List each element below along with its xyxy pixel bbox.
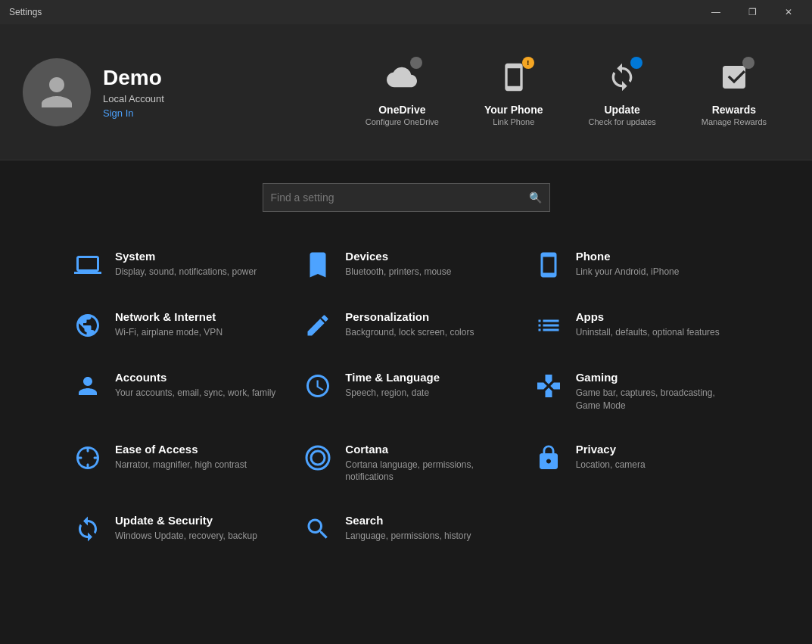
close-button[interactable]: ✕ [771, 0, 806, 24]
search-settings-text: Search Language, permissions, history [345, 514, 471, 543]
ease-name: Ease of Access [115, 443, 247, 456]
profile-signin[interactable]: Sign In [103, 107, 164, 119]
profile-info: Demo Local Account Sign In [103, 66, 164, 119]
search-settings-name: Search [345, 514, 471, 527]
setting-item-devices[interactable]: Devices Bluetooth, printers, mouse [291, 235, 521, 295]
setting-item-phone[interactable]: Phone Link your Android, iPhone [521, 235, 751, 295]
onedrive-label: OneDrive [378, 104, 425, 116]
quick-item-rewards[interactable]: Rewards Manage Rewards [679, 46, 789, 138]
personalization-desc: Background, lock screen, colors [345, 326, 474, 339]
setting-item-system[interactable]: System Display, sound, notifications, po… [61, 235, 291, 295]
update-icon-wrapper [603, 58, 641, 96]
quick-item-phone[interactable]: ! Your Phone Link Phone [462, 46, 566, 138]
update-label: Update [604, 104, 639, 116]
setting-item-apps[interactable]: Apps Uninstall, defaults, optional featu… [521, 295, 751, 356]
system-desc: Display, sound, notifications, power [115, 266, 257, 278]
phone-settings-text: Phone Link your Android, iPhone [576, 250, 680, 278]
cortana-icon [303, 443, 333, 473]
rewards-icon-wrapper [715, 58, 753, 96]
search-input[interactable] [271, 191, 523, 204]
rewards-sublabel: Manage Rewards [702, 117, 767, 126]
devices-desc: Bluetooth, printers, mouse [345, 266, 451, 278]
setting-item-cortana[interactable]: Cortana Cortana language, permissions, n… [291, 428, 521, 499]
window-controls: — ❐ ✕ [698, 0, 806, 24]
updatesecurity-name: Update & Security [115, 514, 257, 527]
gaming-name: Gaming [576, 371, 739, 384]
header: Demo Local Account Sign In OneDrive Conf… [0, 24, 812, 160]
restore-button[interactable]: ❐ [735, 0, 770, 24]
time-icon [303, 371, 333, 401]
apps-desc: Uninstall, defaults, optional features [576, 326, 720, 339]
privacy-desc: Location, camera [576, 459, 646, 471]
accounts-desc: Your accounts, email, sync, work, family [115, 387, 275, 400]
settings-grid: System Display, sound, notifications, po… [0, 227, 812, 567]
phone-settings-icon [534, 250, 564, 280]
system-name: System [115, 250, 257, 263]
quick-access: OneDrive Configure OneDrive ! Your Phone… [219, 46, 789, 138]
search-settings-desc: Language, permissions, history [345, 530, 471, 543]
devices-name: Devices [345, 250, 451, 263]
setting-item-search[interactable]: Search Language, permissions, history [291, 499, 521, 559]
system-text: System Display, sound, notifications, po… [115, 250, 257, 278]
privacy-text: Privacy Location, camera [576, 443, 646, 471]
onedrive-icon-wrapper [383, 58, 421, 96]
cortana-desc: Cortana language, permissions, notificat… [345, 459, 509, 484]
network-icon [73, 310, 103, 341]
setting-item-ease[interactable]: Ease of Access Narrator, magnifier, high… [61, 428, 291, 499]
title-bar: Settings — ❐ ✕ [0, 0, 812, 24]
minimize-button[interactable]: — [698, 0, 733, 24]
network-name: Network & Internet [115, 310, 222, 323]
ease-icon [73, 443, 103, 473]
onedrive-badge [410, 57, 422, 69]
apps-icon [534, 310, 564, 341]
svg-point-1 [311, 451, 325, 465]
accounts-name: Accounts [115, 371, 275, 384]
search-icon: 🔍 [529, 191, 542, 204]
cortana-name: Cortana [345, 443, 509, 456]
privacy-name: Privacy [576, 443, 646, 456]
personalization-name: Personalization [345, 310, 474, 323]
rewards-label: Rewards [712, 104, 756, 116]
apps-text: Apps Uninstall, defaults, optional featu… [576, 310, 720, 339]
search-settings-icon [303, 514, 333, 544]
system-icon [73, 250, 103, 280]
ease-text: Ease of Access Narrator, magnifier, high… [115, 443, 247, 471]
setting-item-personalization[interactable]: Personalization Background, lock screen,… [291, 295, 521, 356]
gaming-text: Gaming Game bar, captures, broadcasting,… [576, 371, 739, 412]
setting-item-gaming[interactable]: Gaming Game bar, captures, broadcasting,… [521, 356, 751, 428]
phone-label: Your Phone [484, 104, 543, 116]
phone-settings-name: Phone [576, 250, 680, 263]
time-text: Time & Language Speech, region, date [345, 371, 440, 400]
time-name: Time & Language [345, 371, 440, 384]
avatar [23, 58, 91, 126]
network-desc: Wi-Fi, airplane mode, VPN [115, 326, 222, 339]
search-box: 🔍 [263, 183, 550, 212]
time-desc: Speech, region, date [345, 387, 440, 400]
phone-sublabel: Link Phone [493, 117, 534, 126]
gaming-icon [534, 371, 564, 401]
gaming-desc: Game bar, captures, broadcasting, Game M… [576, 387, 739, 412]
setting-item-accounts[interactable]: Accounts Your accounts, email, sync, wor… [61, 356, 291, 428]
privacy-icon [534, 443, 564, 473]
updatesecurity-text: Update & Security Windows Update, recove… [115, 514, 257, 543]
network-text: Network & Internet Wi-Fi, airplane mode,… [115, 310, 222, 339]
setting-item-updatesecurity[interactable]: Update & Security Windows Update, recove… [61, 499, 291, 559]
cortana-text: Cortana Cortana language, permissions, n… [345, 443, 509, 484]
setting-item-network[interactable]: Network & Internet Wi-Fi, airplane mode,… [61, 295, 291, 356]
profile-type: Local Account [103, 93, 164, 104]
update-sublabel: Check for updates [589, 117, 656, 126]
setting-item-privacy[interactable]: Privacy Location, camera [521, 428, 751, 499]
rewards-badge [742, 57, 754, 69]
app-title: Settings [9, 7, 42, 17]
setting-item-time[interactable]: Time & Language Speech, region, date [291, 356, 521, 428]
personalization-text: Personalization Background, lock screen,… [345, 310, 474, 339]
search-container: 🔍 [0, 160, 812, 227]
phone-settings-desc: Link your Android, iPhone [576, 266, 680, 278]
phone-icon-wrapper: ! [495, 58, 533, 96]
quick-item-onedrive[interactable]: OneDrive Configure OneDrive [343, 46, 462, 138]
quick-item-update[interactable]: Update Check for updates [566, 46, 679, 138]
ease-desc: Narrator, magnifier, high contrast [115, 459, 247, 471]
personalization-icon [303, 310, 333, 341]
phone-badge: ! [522, 57, 534, 69]
update-badge [630, 57, 642, 69]
